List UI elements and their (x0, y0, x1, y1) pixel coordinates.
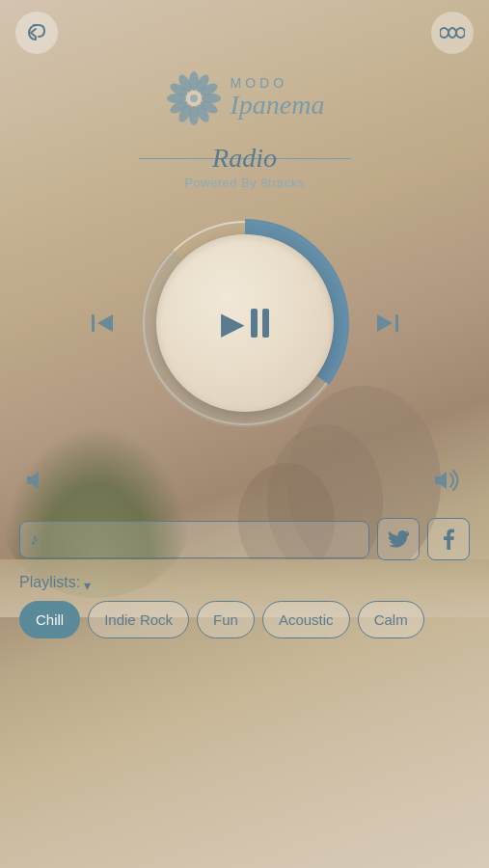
volume-high-button[interactable] (433, 468, 462, 499)
music-note-icon: ♪ (30, 529, 39, 550)
svg-marker-25 (27, 472, 39, 489)
svg-point-16 (190, 95, 198, 102)
pause-bar-right (262, 309, 269, 338)
pause-icon (251, 309, 269, 338)
radio-title-area: Radio (139, 143, 351, 174)
logo-modo: MODO (231, 76, 325, 91)
dropdown-arrow-icon: ▾ (84, 578, 91, 594)
inner-player-circle: ▶ (156, 234, 334, 412)
logo-flower-icon (165, 69, 223, 127)
radio-title: Radio (204, 143, 285, 173)
song-input[interactable] (46, 531, 359, 547)
playlists-header: Playlists: ▾ (19, 574, 470, 597)
pause-bar-left (251, 309, 258, 338)
playlist-chip-calm[interactable]: Calm (358, 601, 424, 638)
skip-forward-button[interactable] (370, 306, 405, 340)
twitter-button[interactable] (377, 518, 420, 560)
logo-ipanema: Ipanema (231, 91, 325, 121)
svg-marker-24 (377, 314, 393, 332)
volume-row (0, 448, 489, 518)
volume-low-button[interactable] (27, 470, 52, 497)
playlist-chips-row: ChillIndie RockFunAcousticCalm (19, 597, 470, 646)
back-button[interactable] (15, 12, 58, 54)
playlist-chip-fun[interactable]: Fun (197, 601, 255, 638)
svg-rect-23 (395, 314, 398, 332)
infinity-button[interactable] (431, 12, 474, 54)
playlist-chip-indie-rock[interactable]: Indie Rock (88, 601, 189, 638)
logo-text: MODO Ipanema (231, 76, 325, 121)
playlists-section: Playlists: ▾ ChillIndie RockFunAcousticC… (0, 560, 489, 652)
song-social-row: ♪ (0, 518, 489, 560)
song-input-wrap: ♪ (19, 521, 369, 558)
skip-back-button[interactable] (85, 306, 120, 340)
play-icon: ▶ (221, 308, 245, 339)
playlist-chip-chill[interactable]: Chill (19, 601, 80, 638)
playlist-chip-acoustic[interactable]: Acoustic (262, 601, 350, 638)
facebook-button[interactable] (427, 518, 470, 560)
logo-area: MODO Ipanema (165, 69, 325, 127)
player-circle: ▶ (139, 217, 351, 429)
main-content: MODO Ipanema Radio Powered By 8tracks (0, 0, 489, 868)
player-area: ▶ (85, 217, 405, 429)
svg-rect-17 (92, 314, 95, 332)
powered-by-text: Powered By 8tracks (184, 176, 305, 190)
playlists-label: Playlists: (19, 574, 80, 591)
top-nav (0, 0, 489, 66)
svg-marker-18 (97, 314, 113, 332)
play-pause-button[interactable]: ▶ (221, 308, 269, 339)
svg-marker-26 (435, 472, 447, 489)
